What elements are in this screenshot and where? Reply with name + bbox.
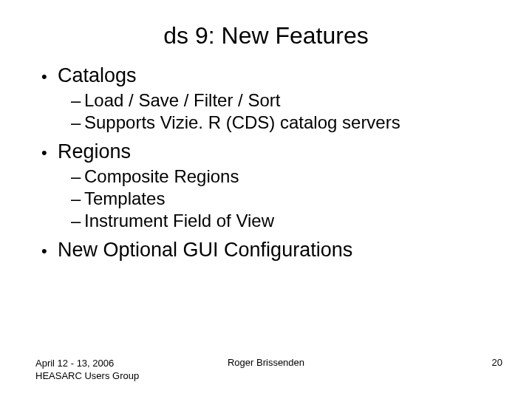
list-item: • Regions –Composite Regions –Templates … [35,140,497,231]
sub-list: –Load / Save / Filter / Sort –Supports V… [71,90,497,133]
slide-title: ds 9: New Features [35,22,497,50]
bullet-label: New Optional GUI Configurations [58,239,352,262]
footer: April 12 - 13, 2006 HEASARC Users Group … [0,357,532,383]
sub-list: –Composite Regions –Templates –Instrumen… [71,166,497,231]
bullet-list: • Catalogs –Load / Save / Filter / Sort … [35,64,497,262]
sub-label: Templates [84,188,165,208]
footer-group: HEASARC Users Group [35,369,139,383]
sub-label: Load / Save / Filter / Sort [84,90,280,110]
dash-icon: – [71,188,84,209]
bullet-icon: • [41,69,58,85]
footer-author: Roger Brissenden [0,357,532,368]
bullet-row: • Regions [41,140,497,163]
dash-icon: – [71,211,84,231]
bullet-icon: • [41,145,58,161]
dash-icon: – [71,166,84,187]
bullet-label: Catalogs [58,64,137,87]
dash-icon: – [71,112,84,133]
sub-item: –Supports Vizie. R (CDS) catalog servers [71,112,497,133]
sub-label: Supports Vizie. R (CDS) catalog servers [84,112,400,132]
slide: ds 9: New Features • Catalogs –Load / Sa… [0,0,532,399]
bullet-row: • Catalogs [41,64,497,87]
sub-item: –Composite Regions [71,166,497,187]
dash-icon: – [71,90,84,111]
sub-item: –Instrument Field of View [71,211,497,231]
sub-item: –Templates [71,188,497,209]
list-item: • Catalogs –Load / Save / Filter / Sort … [35,64,497,133]
sub-item: –Load / Save / Filter / Sort [71,90,497,111]
bullet-row: • New Optional GUI Configurations [41,239,497,262]
sub-label: Composite Regions [84,166,239,186]
bullet-icon: • [41,243,58,259]
bullet-label: Regions [58,140,131,163]
list-item: • New Optional GUI Configurations [35,239,497,262]
sub-label: Instrument Field of View [84,211,274,231]
